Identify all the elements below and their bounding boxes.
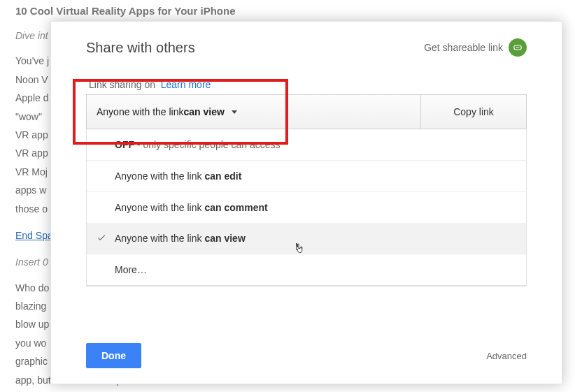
option-can-comment[interactable]: Anyone with the link can comment <box>87 192 526 223</box>
link-permission-dropdown-menu: OFF - only specific people can access An… <box>86 129 527 286</box>
option-more[interactable]: More… <box>87 254 526 286</box>
option-off[interactable]: OFF - only specific people can access <box>87 129 526 161</box>
link-permission-row: Anyone with the link can view Copy link <box>86 94 527 129</box>
share-dialog: Share with others Get shareable link Lin… <box>50 21 562 384</box>
done-button[interactable]: Done <box>86 343 141 368</box>
link-permission-value: can view <box>184 106 225 117</box>
dialog-title: Share with others <box>86 40 195 56</box>
get-shareable-link-label: Get shareable link <box>424 42 503 53</box>
get-shareable-link-button[interactable]: Get shareable link <box>424 38 527 57</box>
article-title: 10 Cool Virtual Reality Apps for Your iP… <box>15 3 560 20</box>
link-permission-prefix: Anyone with the link <box>97 106 184 117</box>
copy-link-button[interactable]: Copy link <box>421 95 526 129</box>
link-permission-dropdown-button[interactable]: Anyone with the link can view <box>87 95 421 129</box>
link-icon <box>509 38 527 57</box>
check-icon <box>97 233 106 242</box>
chevron-down-icon <box>232 110 237 114</box>
article-link[interactable]: End Spa <box>15 230 53 241</box>
option-can-view[interactable]: Anyone with the link can view <box>87 223 526 254</box>
advanced-link[interactable]: Advanced <box>486 351 527 361</box>
link-sharing-status: Link sharing on Learn more <box>89 79 527 90</box>
learn-more-link[interactable]: Learn more <box>161 79 211 90</box>
option-can-edit[interactable]: Anyone with the link can edit <box>87 161 526 192</box>
